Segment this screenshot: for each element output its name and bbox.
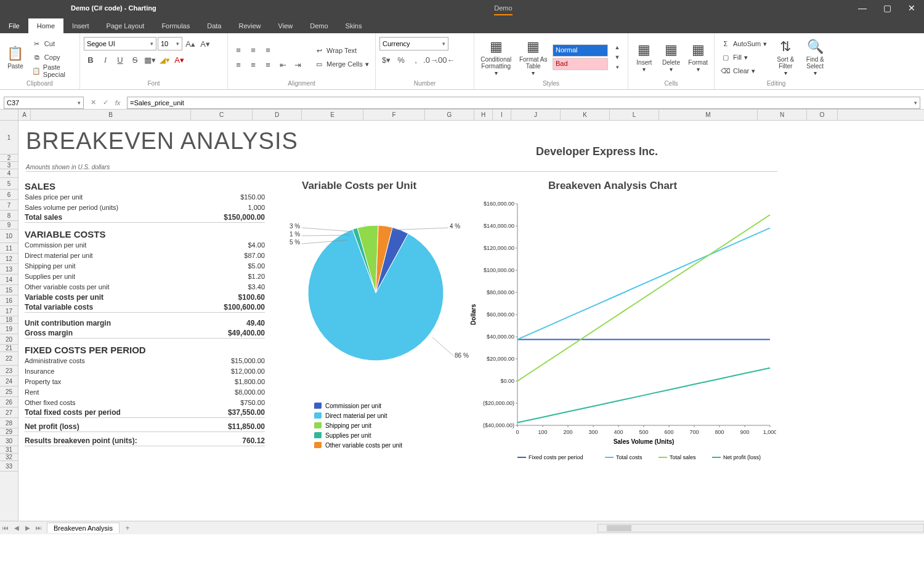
- row-header-24[interactable]: 24: [0, 376, 18, 387]
- row-header-16[interactable]: 16: [0, 295, 18, 306]
- strike-button[interactable]: S: [128, 53, 142, 66]
- format-cells-button[interactable]: ▦Format ▾: [686, 37, 710, 78]
- row-header-28[interactable]: 28: [0, 418, 18, 428]
- col-header-O[interactable]: O: [807, 110, 838, 120]
- row-header-14[interactable]: 14: [0, 275, 18, 285]
- sort-filter-button[interactable]: ⇅Sort & Filter ▾: [772, 37, 799, 78]
- tab-page-layout[interactable]: Page Layout: [98, 18, 153, 33]
- grow-font-button[interactable]: A▴: [184, 37, 197, 50]
- style-normal[interactable]: Normal: [553, 44, 608, 57]
- tab-skins[interactable]: Skins: [337, 18, 371, 33]
- col-header-M[interactable]: M: [659, 110, 758, 120]
- styles-more-button[interactable]: ▾: [610, 62, 624, 72]
- align-bottom-button[interactable]: ≡: [261, 43, 275, 57]
- find-select-button[interactable]: 🔍Find & Select ▾: [801, 37, 829, 78]
- copy-button[interactable]: ⧉Copy: [30, 51, 76, 63]
- tab-view[interactable]: View: [270, 18, 302, 33]
- enter-formula-button[interactable]: ✓: [100, 97, 111, 108]
- select-all-corner[interactable]: [0, 110, 18, 120]
- row-header-25[interactable]: 25: [0, 387, 18, 397]
- italic-button[interactable]: I: [99, 53, 112, 66]
- dec-decimal-button[interactable]: .00←: [439, 53, 452, 66]
- name-box[interactable]: C37: [4, 97, 84, 109]
- row-header-33[interactable]: 33: [0, 461, 18, 472]
- row-header-21[interactable]: 21: [0, 345, 18, 352]
- col-header-K[interactable]: K: [561, 110, 610, 120]
- styles-up-button[interactable]: ▲: [610, 42, 624, 52]
- tab-review[interactable]: Review: [230, 18, 269, 33]
- row-header-9[interactable]: 9: [0, 221, 18, 230]
- col-header-C[interactable]: C: [191, 110, 253, 120]
- row-header-17[interactable]: 17: [0, 306, 18, 316]
- cut-button[interactable]: ✂Cut: [30, 38, 76, 50]
- tab-nav-last[interactable]: ⏭: [33, 524, 44, 531]
- row-header-11[interactable]: 11: [0, 243, 18, 254]
- row-header-6[interactable]: 6: [0, 190, 18, 200]
- row-header-5[interactable]: 5: [0, 178, 18, 190]
- font-color-button[interactable]: A▾: [172, 53, 186, 66]
- bold-button[interactable]: B: [84, 53, 97, 66]
- row-header-7[interactable]: 7: [0, 200, 18, 211]
- align-top-button[interactable]: ≡: [232, 43, 245, 57]
- row-header-29[interactable]: 29: [0, 428, 18, 436]
- col-header-G[interactable]: G: [425, 110, 474, 120]
- row-header-8[interactable]: 8: [0, 211, 18, 221]
- col-header-J[interactable]: J: [511, 110, 561, 120]
- font-size-combo[interactable]: 10: [158, 37, 182, 50]
- paste-button[interactable]: 📋Paste: [4, 37, 27, 78]
- clear-button[interactable]: ⌫Clear ▾: [718, 65, 769, 77]
- row-header-30[interactable]: 30: [0, 436, 18, 446]
- row-header-31[interactable]: 31: [0, 446, 18, 454]
- row-header-27[interactable]: 27: [0, 407, 18, 418]
- shrink-font-button[interactable]: A▾: [198, 37, 212, 50]
- row-header-1[interactable]: 1: [0, 121, 18, 155]
- col-header-N[interactable]: N: [758, 110, 807, 120]
- underline-button[interactable]: U: [113, 53, 127, 66]
- row-header-4[interactable]: 4: [0, 169, 18, 178]
- paste-special-button[interactable]: 📋Paste Special: [30, 65, 76, 77]
- align-center-button[interactable]: ≡: [246, 58, 260, 71]
- close-button[interactable]: ✕: [899, 0, 924, 16]
- worksheet[interactable]: BREAKEVEN ANALYSIS Developer Express Inc…: [18, 121, 924, 521]
- align-right-button[interactable]: ≡: [261, 58, 275, 71]
- cond-format-button[interactable]: ▦Conditional Formatting ▾: [478, 37, 514, 78]
- col-header-F[interactable]: F: [363, 110, 425, 120]
- col-header-H[interactable]: H: [474, 110, 493, 120]
- row-header-15[interactable]: 15: [0, 285, 18, 295]
- row-header-23[interactable]: 23: [0, 366, 18, 376]
- row-header-32[interactable]: 32: [0, 454, 18, 461]
- font-name-combo[interactable]: Segoe UI: [84, 37, 156, 50]
- indent-dec-button[interactable]: ⇤: [276, 58, 290, 71]
- sheet-tab-active[interactable]: Breakeven Analysis: [47, 523, 120, 533]
- insert-cells-button[interactable]: ▦Insert ▾: [632, 37, 657, 78]
- row-header-26[interactable]: 26: [0, 397, 18, 407]
- cancel-formula-button[interactable]: ✕: [87, 97, 99, 108]
- autosum-button[interactable]: ΣAutoSum ▾: [718, 38, 769, 50]
- comma-button[interactable]: ,: [409, 53, 423, 66]
- row-header-20[interactable]: 20: [0, 334, 18, 345]
- col-header-A[interactable]: A: [18, 110, 31, 120]
- indent-inc-button[interactable]: ⇥: [291, 58, 304, 71]
- col-header-I[interactable]: I: [493, 110, 511, 120]
- format-table-button[interactable]: ▦Format As Table ▾: [516, 37, 550, 78]
- row-header-12[interactable]: 12: [0, 254, 18, 264]
- row-header-2[interactable]: 2: [0, 155, 18, 162]
- row-header-19[interactable]: 19: [0, 324, 18, 334]
- fill-color-button[interactable]: ◢▾: [158, 53, 171, 66]
- align-left-button[interactable]: ≡: [232, 58, 245, 71]
- col-header-D[interactable]: D: [253, 110, 302, 120]
- style-bad[interactable]: Bad: [553, 58, 608, 70]
- maximize-button[interactable]: ▢: [875, 0, 899, 16]
- styles-down-button[interactable]: ▼: [610, 52, 624, 62]
- tab-home[interactable]: Home: [28, 18, 63, 33]
- tab-file[interactable]: File: [0, 18, 28, 33]
- percent-button[interactable]: %: [394, 53, 408, 66]
- fx-button[interactable]: fx: [112, 97, 123, 108]
- tab-nav-prev[interactable]: ◀: [11, 524, 22, 531]
- row-header-3[interactable]: 3: [0, 162, 18, 169]
- demo-label[interactable]: Demo: [494, 4, 512, 15]
- currency-button[interactable]: $▾: [379, 53, 393, 66]
- row-header-10[interactable]: 10: [0, 230, 18, 243]
- h-scrollbar[interactable]: [598, 524, 924, 532]
- borders-button[interactable]: ▦▾: [143, 53, 156, 66]
